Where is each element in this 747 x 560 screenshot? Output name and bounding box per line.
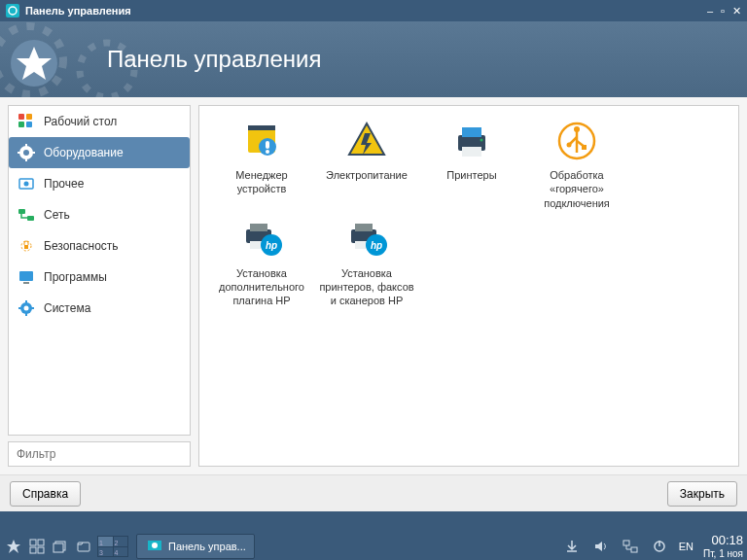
sidebar-item-label: Программы — [44, 270, 107, 284]
minimize-button[interactable]: – — [707, 5, 713, 18]
svg-rect-35 — [462, 147, 481, 157]
svg-rect-43 — [582, 145, 587, 150]
clock-date: Пт, 1 ноя — [703, 548, 743, 559]
taskbar-task-control-panel[interactable]: Панель управ... — [136, 534, 255, 559]
grid-item-label: Принтеры — [421, 168, 522, 182]
svg-rect-57 — [38, 547, 44, 553]
svg-rect-56 — [30, 547, 36, 553]
sidebar-item-system[interactable]: Система — [9, 293, 190, 324]
pager-4[interactable]: 4 — [114, 547, 128, 557]
device-manager-icon — [240, 120, 283, 162]
workspace-pager[interactable]: 1 2 3 4 — [97, 536, 128, 557]
sidebar: Рабочий стол Оборудование Прочее — [8, 105, 191, 467]
window-icon — [6, 4, 19, 18]
grid-item-printers[interactable]: Принтеры — [419, 116, 524, 214]
svg-rect-26 — [18, 307, 21, 309]
svg-rect-27 — [31, 307, 34, 309]
svg-point-36 — [480, 139, 483, 142]
maximize-button[interactable]: ▫ — [721, 5, 725, 18]
sidebar-item-programs[interactable]: Программы — [9, 262, 190, 293]
taskbar-clock[interactable]: 00:18 Пт, 1 ноя — [703, 534, 743, 558]
svg-point-9 — [23, 150, 29, 156]
svg-rect-59 — [53, 543, 63, 552]
grid-item-label: Менеджер устройств — [211, 168, 312, 196]
windows-icon[interactable] — [51, 537, 70, 556]
svg-rect-19 — [24, 245, 28, 249]
task-label: Панель управ... — [168, 541, 246, 552]
svg-rect-5 — [26, 114, 32, 120]
file-manager-icon[interactable] — [74, 537, 93, 556]
sidebar-item-label: Рабочий стол — [44, 115, 117, 128]
sidebar-item-label: Система — [44, 301, 90, 315]
header-title: Панель управления — [107, 46, 321, 73]
sidebar-item-network[interactable]: Сеть — [9, 199, 190, 230]
svg-rect-21 — [23, 282, 29, 284]
grid-item-label: Установка принтеров, факсов и сканеров H… — [316, 266, 417, 308]
programs-icon — [17, 267, 36, 287]
svg-rect-4 — [18, 114, 24, 120]
tray-power-icon[interactable] — [650, 537, 669, 556]
svg-point-0 — [9, 7, 17, 15]
window-body: Рабочий стол Оборудование Прочее — [0, 97, 747, 511]
pager-3[interactable]: 3 — [98, 547, 113, 557]
task-icon — [145, 537, 164, 556]
pager-1[interactable]: 1 — [98, 537, 113, 546]
svg-text:hp: hp — [266, 240, 277, 251]
svg-rect-55 — [38, 540, 44, 545]
svg-rect-12 — [18, 152, 20, 154]
system-icon — [17, 298, 36, 318]
grid-item-label: Электропитание — [316, 168, 417, 182]
svg-rect-6 — [18, 122, 24, 127]
tray-network-icon[interactable] — [621, 537, 640, 556]
desktop-icon — [17, 112, 36, 131]
sidebar-item-other[interactable]: Прочее — [9, 168, 190, 199]
svg-rect-34 — [462, 127, 481, 137]
network-icon — [17, 205, 36, 225]
start-menu-icon[interactable] — [4, 537, 23, 556]
sidebar-item-label: Оборудование — [44, 146, 124, 159]
grid-item-hotplug[interactable]: Обработка «горячего» подключения — [524, 116, 629, 214]
other-icon — [17, 174, 36, 193]
main-area: Рабочий стол Оборудование Прочее — [0, 97, 747, 474]
hardware-icon — [17, 143, 36, 162]
tray-download-icon[interactable] — [562, 537, 582, 556]
svg-text:hp: hp — [371, 240, 382, 251]
tray-volume-icon[interactable] — [591, 537, 611, 556]
svg-point-32 — [266, 150, 269, 154]
svg-rect-60 — [78, 542, 89, 551]
star-badge-icon — [10, 39, 58, 88]
svg-rect-64 — [631, 547, 637, 552]
svg-rect-25 — [25, 313, 27, 316]
usb-icon — [555, 120, 598, 162]
svg-rect-16 — [18, 209, 25, 214]
grid-item-power[interactable]: Электропитание — [314, 116, 419, 214]
show-desktop-icon[interactable] — [27, 537, 47, 556]
grid-item-device-manager[interactable]: Менеджер устройств — [209, 116, 314, 214]
security-icon — [17, 236, 36, 256]
sidebar-item-hardware[interactable]: Оборудование — [9, 137, 190, 168]
sidebar-item-security[interactable]: Безопасность — [9, 230, 190, 262]
svg-rect-29 — [248, 125, 275, 130]
sidebar-item-desktop[interactable]: Рабочий стол — [9, 106, 190, 137]
close-button[interactable]: Закрыть — [667, 481, 737, 507]
grid-item-hp-plugin[interactable]: hp Установка дополнительного плагина HP — [209, 214, 314, 312]
svg-rect-50 — [355, 224, 373, 231]
hp-setup-icon: hp — [345, 218, 388, 261]
window-titlebar: Панель управления – ▫ ✕ — [0, 0, 747, 21]
svg-rect-10 — [25, 144, 27, 147]
pager-2[interactable]: 2 — [114, 537, 128, 546]
svg-rect-24 — [25, 300, 27, 303]
svg-rect-54 — [30, 540, 36, 545]
svg-rect-17 — [27, 216, 34, 221]
grid-item-hp-setup[interactable]: hp Установка принтеров, факсов и сканеро… — [314, 214, 419, 312]
svg-point-23 — [24, 306, 29, 311]
footer-bar: Справка Закрыть — [0, 474, 747, 511]
svg-rect-20 — [19, 271, 33, 281]
grid-item-label: Установка дополнительного плагина HP — [211, 266, 312, 308]
close-window-button[interactable]: ✕ — [732, 5, 741, 18]
filter-input[interactable] — [8, 441, 191, 467]
svg-rect-11 — [25, 158, 27, 161]
keyboard-layout[interactable]: EN — [679, 541, 694, 552]
help-button[interactable]: Справка — [10, 481, 81, 507]
svg-point-42 — [567, 143, 572, 148]
